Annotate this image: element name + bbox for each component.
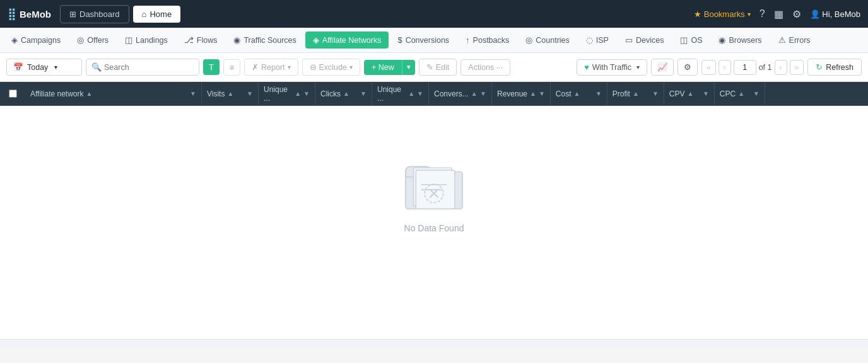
filter-unique-visits-icon[interactable]: ▼ <box>303 90 310 97</box>
brand-logo[interactable]: ⣿ BeMob <box>8 7 51 21</box>
subnav-flows[interactable]: ⎇ Flows <box>177 32 225 49</box>
filter-visits-icon[interactable]: ▼ <box>247 90 253 97</box>
page-input[interactable] <box>734 60 756 75</box>
report-icon: ✗ <box>252 62 259 72</box>
page-first-button[interactable]: « <box>701 60 716 75</box>
th-profit[interactable]: Profit ▲ ▼ <box>607 82 664 105</box>
subnav-offers-label: Offers <box>87 36 108 45</box>
filter-conversions-icon[interactable]: ▼ <box>480 90 486 97</box>
filter-text-button[interactable]: T <box>203 59 220 75</box>
new-button[interactable]: + New <box>364 60 402 75</box>
date-picker[interactable]: 📅 Today ▾ <box>6 59 82 76</box>
sort-profit-icon: ▲ <box>633 90 639 97</box>
offers-icon: ◎ <box>77 35 84 45</box>
select-all-checkbox[interactable] <box>9 89 17 98</box>
filter-cpv-icon[interactable]: ▼ <box>703 90 709 97</box>
page-next-button[interactable]: › <box>775 60 787 75</box>
topbar-right: ★ Bookmarks ▾ ? ▦ ⚙ 👤 Hi, BeMob <box>694 8 860 20</box>
subnav-isp[interactable]: ◌ ISP <box>578 32 616 49</box>
postbacks-icon: ↑ <box>466 35 470 45</box>
logo-icon: ⣿ <box>8 7 16 21</box>
subnav-os[interactable]: ◫ OS <box>672 32 710 49</box>
th-conversions[interactable]: Convers... ▲ ▼ <box>429 82 492 105</box>
table-header: Affiliate network ▲ ▼ Visits ▲ ▼ Unique … <box>0 82 868 106</box>
report-button[interactable]: ✗ Report ▾ <box>244 59 298 76</box>
isp-icon: ◌ <box>586 35 593 45</box>
new-split-button[interactable]: ▾ <box>402 60 415 75</box>
th-revenue[interactable]: Revenue ▲ ▼ <box>492 82 551 105</box>
actions-label: Actions ··· <box>468 63 503 72</box>
filter-cpc-icon[interactable]: ▼ <box>753 90 760 97</box>
conversions-icon: $ <box>397 35 402 45</box>
subnav-errors[interactable]: ⚠ Errors <box>771 32 818 49</box>
th-cpc[interactable]: CPC ▲ ▼ <box>715 82 765 105</box>
settings-column-button[interactable]: ⚙ <box>677 59 698 76</box>
th-visits[interactable]: Visits ▲ ▼ <box>202 82 259 105</box>
th-clicks-label: Clicks <box>320 89 341 98</box>
subnav-offers[interactable]: ◎ Offers <box>69 32 116 49</box>
gear-icon: ⚙ <box>684 62 691 72</box>
filter-options-button[interactable]: ≡ <box>223 59 240 76</box>
exclude-button[interactable]: ⊖ Exclude ▾ <box>302 59 360 76</box>
filter-revenue-icon[interactable]: ▼ <box>539 90 545 97</box>
search-input[interactable] <box>104 63 180 72</box>
subnav-traffic-sources[interactable]: ◉ Traffic Sources <box>226 32 303 49</box>
subnav-landings[interactable]: ◫ Landings <box>117 32 175 49</box>
nav-tab-dashboard[interactable]: ⊞ Dashboard <box>60 5 129 23</box>
notifications-button[interactable]: ▦ <box>774 8 783 20</box>
subnav-conversions[interactable]: $ Conversions <box>390 32 457 49</box>
with-traffic-button[interactable]: ♥ With Traffic ▾ <box>577 59 647 76</box>
exclude-label: Exclude <box>319 63 347 72</box>
exclude-icon: ⊖ <box>310 62 317 72</box>
th-unique-visits[interactable]: Unique ... ▲ ▼ <box>259 82 315 105</box>
nav-tab-home-label: Home <box>150 9 172 19</box>
bookmarks-button[interactable]: ★ Bookmarks ▾ <box>694 9 751 19</box>
page-prev-button[interactable]: ‹ <box>718 60 731 75</box>
subnav-devices[interactable]: ▭ Devices <box>618 32 671 49</box>
nav-tab-home[interactable]: ⌂ Home <box>133 6 181 23</box>
horizontal-scrollbar[interactable] <box>0 339 868 347</box>
subnav-affiliate-networks-label: Affilate Networks <box>322 36 382 45</box>
th-cost-label: Cost <box>556 89 572 98</box>
subnav-browsers-label: Browsers <box>729 36 761 45</box>
subnav-landings-label: Landings <box>136 36 168 45</box>
subnav: ◈ Campaigns ◎ Offers ◫ Landings ⎇ Flows … <box>0 28 868 53</box>
subnav-browsers[interactable]: ◉ Browsers <box>711 32 769 49</box>
subnav-countries[interactable]: ◎ Countries <box>518 32 577 49</box>
filter-cost-icon[interactable]: ▼ <box>595 90 602 97</box>
th-cost[interactable]: Cost ▲ ▼ <box>551 82 607 105</box>
os-icon: ◫ <box>680 35 688 45</box>
th-select-all[interactable] <box>0 89 25 98</box>
star-icon: ★ <box>694 9 701 19</box>
th-clicks[interactable]: Clicks ▲ ▼ <box>315 82 372 105</box>
chart-button[interactable]: 📈 <box>651 59 674 76</box>
page-last-button[interactable]: » <box>790 60 804 75</box>
sort-cpv-icon: ▲ <box>688 90 694 97</box>
search-icon: 🔍 <box>91 62 102 72</box>
subnav-campaigns[interactable]: ◈ Campaigns <box>4 32 68 49</box>
actions-button[interactable]: Actions ··· <box>460 59 510 76</box>
edit-button[interactable]: ✎ Edit <box>419 59 457 76</box>
settings-button[interactable]: ⚙ <box>792 8 801 20</box>
bookmarks-label: Bookmarks <box>704 9 745 19</box>
empty-state: No Data Found <box>0 106 868 284</box>
subnav-affiliate-networks[interactable]: ◈ Affilate Networks <box>305 32 389 49</box>
help-button[interactable]: ? <box>760 8 765 20</box>
bookmarks-chevron-icon: ▾ <box>748 11 751 18</box>
page-of: of 1 <box>759 63 772 72</box>
main-content: Affiliate network ▲ ▼ Visits ▲ ▼ Unique … <box>0 82 868 347</box>
empty-message: No Data Found <box>404 223 464 233</box>
toolbar: 📅 Today ▾ 🔍 T ≡ ✗ Report ▾ ⊖ Exclude ▾ +… <box>0 53 868 82</box>
sort-clicks-icon: ▲ <box>343 90 349 97</box>
filter-unique-clicks-icon[interactable]: ▼ <box>417 90 423 97</box>
th-unique-clicks[interactable]: Unique ... ▲ ▼ <box>372 82 429 105</box>
subnav-postbacks[interactable]: ↑ Postbacks <box>458 32 517 49</box>
th-cpv[interactable]: CPV ▲ ▼ <box>664 82 715 105</box>
th-affiliate-label: Affiliate network <box>30 89 84 98</box>
refresh-button[interactable]: ↻ Refresh <box>807 59 862 76</box>
filter-affiliate-icon[interactable]: ▼ <box>190 90 196 97</box>
th-affiliate-network[interactable]: Affiliate network ▲ ▼ <box>25 82 202 105</box>
filter-clicks-icon[interactable]: ▼ <box>360 90 367 97</box>
search-box: 🔍 <box>86 59 199 76</box>
filter-profit-icon[interactable]: ▼ <box>652 90 659 97</box>
